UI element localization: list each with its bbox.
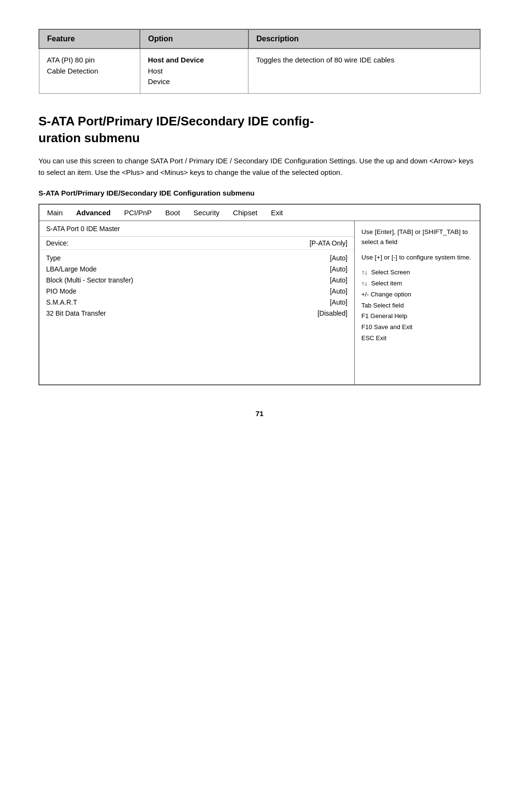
bios-item-smart: S.M.A.R.T [Auto]: [46, 297, 347, 308]
bios-item-32bit: 32 Bit Data Transfer [Disabled]: [46, 308, 347, 319]
table-row: ATA (PI) 80 pinCable Detection Host and …: [39, 49, 480, 93]
device-value: [P-ATA Only]: [309, 239, 347, 247]
section-title: S-ATA Port/Primary IDE/Secondary IDE con…: [38, 113, 481, 147]
menu-exit[interactable]: Exit: [271, 209, 283, 217]
bios-item-lba: LBA/Large Mode [Auto]: [46, 264, 347, 275]
bios-item-pio: PIO Mode [Auto]: [46, 286, 347, 297]
col-description: Description: [248, 29, 481, 49]
section-description: You can use this screen to change SATA P…: [38, 155, 481, 178]
item-val-type: [Auto]: [330, 253, 347, 264]
key-list: ↑↓ Select Screen ↑↓ Select item +/- Chan…: [361, 267, 473, 344]
bios-device-row: Device: [P-ATA Only]: [39, 237, 354, 250]
col-option: Option: [140, 29, 248, 49]
key-save-exit: F10 Save and Exit: [361, 322, 473, 333]
key-select-screen: ↑↓ Select Screen: [361, 267, 473, 278]
key-change-option: +/- Change option: [361, 289, 473, 300]
item-label-pio: PIO Mode: [46, 286, 76, 297]
subsection-title: S-ATA Port/Primary IDE/Secondary IDE Con…: [38, 189, 481, 197]
bios-item-type: Type [Auto]: [46, 253, 347, 264]
item-label-block: Block (Multi - Sector transfer): [46, 275, 133, 286]
item-label-type: Type: [46, 253, 61, 264]
bios-right-panel: Use [Enter], [TAB] or [SHIFT_TAB] to sel…: [355, 221, 480, 384]
item-val-pio: [Auto]: [330, 286, 347, 297]
item-val-block: [Auto]: [330, 275, 347, 286]
bios-menu-bar: Main Advanced PCI/PnP Boot Security Chip…: [39, 205, 480, 221]
item-val-smart: [Auto]: [330, 297, 347, 308]
menu-advanced[interactable]: Advanced: [76, 209, 111, 217]
item-label-32bit: 32 Bit Data Transfer: [46, 308, 106, 319]
help-text-2: Use [+] or [-] to configure system time.: [361, 252, 473, 263]
item-val-32bit: [Disabled]: [318, 308, 347, 319]
bios-section-header: S-ATA Port 0 IDE Master: [39, 221, 354, 237]
key-select-field: Tab Select field: [361, 300, 473, 311]
device-label: Device:: [46, 239, 69, 247]
key-select-item: ↑↓ Select item: [361, 278, 473, 289]
page-number: 71: [38, 409, 481, 418]
menu-pcinp[interactable]: PCI/PnP: [124, 209, 152, 217]
description-cell: Toggles the detection of 80 wire IDE cab…: [248, 49, 481, 93]
col-feature: Feature: [39, 29, 140, 49]
key-esc-exit: ESC Exit: [361, 333, 473, 344]
option-cell: Host and DeviceHostDevice: [140, 49, 248, 93]
menu-security[interactable]: Security: [194, 209, 220, 217]
bios-item-block: Block (Multi - Sector transfer) [Auto]: [46, 275, 347, 286]
menu-boot[interactable]: Boot: [165, 209, 180, 217]
bios-content-area: S-ATA Port 0 IDE Master Device: [P-ATA O…: [39, 221, 480, 384]
feature-table: Feature Option Description ATA (PI) 80 p…: [38, 29, 481, 94]
item-label-lba: LBA/Large Mode: [46, 264, 97, 275]
menu-main[interactable]: Main: [47, 209, 63, 217]
key-general-help: F1 General Help: [361, 311, 473, 322]
item-label-smart: S.M.A.R.T: [46, 297, 77, 308]
item-val-lba: [Auto]: [330, 264, 347, 275]
bios-items-list: Type [Auto] LBA/Large Mode [Auto] Block …: [39, 250, 354, 322]
help-text-1: Use [Enter], [TAB] or [SHIFT_TAB] to sel…: [361, 227, 473, 247]
bios-left-panel: S-ATA Port 0 IDE Master Device: [P-ATA O…: [39, 221, 355, 384]
feature-cell: ATA (PI) 80 pinCable Detection: [39, 49, 140, 93]
bios-screen: Main Advanced PCI/PnP Boot Security Chip…: [38, 204, 481, 385]
menu-chipset[interactable]: Chipset: [233, 209, 258, 217]
